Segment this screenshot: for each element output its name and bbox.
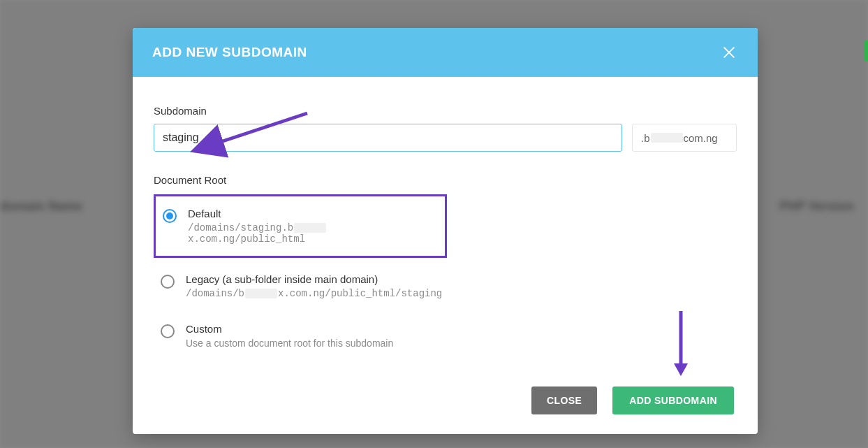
bg-column-header-left: domain Name — [0, 199, 82, 214]
radio-legacy-text: Legacy (a sub-folder inside main domain)… — [186, 273, 731, 299]
add-subdomain-modal: ADD NEW SUBDOMAIN Subdomain .bcom.ng Doc… — [133, 28, 758, 434]
subdomain-row: .bcom.ng — [154, 124, 737, 152]
redacted-text — [651, 133, 683, 143]
domain-suffix: .bcom.ng — [632, 124, 737, 152]
modal-body: Subdomain .bcom.ng Document Root Default… — [133, 77, 758, 434]
document-root-label: Document Root — [154, 174, 737, 186]
radio-legacy-path-a: /domains/b — [186, 288, 244, 299]
radio-default-path-a: /domains/staging.b — [188, 222, 293, 233]
radio-legacy-path: /domains/bx.com.ng/public_html/staging — [186, 288, 731, 299]
domain-suffix-prefix: .b — [641, 132, 650, 144]
document-root-radio-group: Default /domains/staging.bx.com.ng/publi… — [154, 194, 737, 356]
add-subdomain-button[interactable]: ADD SUBDOMAIN — [612, 386, 734, 414]
radio-default-path: /domains/staging.bx.com.ng/public_html — [188, 222, 439, 245]
radio-default-title: Default — [188, 208, 439, 219]
modal-header: ADD NEW SUBDOMAIN — [133, 28, 758, 77]
close-button[interactable]: CLOSE — [531, 386, 597, 414]
close-icon[interactable] — [720, 43, 738, 62]
radio-default[interactable] — [163, 209, 177, 223]
subdomain-input[interactable] — [154, 124, 622, 152]
subdomain-label: Subdomain — [154, 105, 737, 117]
radio-custom-desc: Use a custom document root for this subd… — [186, 338, 731, 349]
radio-custom-text: Custom Use a custom document root for th… — [186, 323, 731, 349]
redacted-text — [245, 289, 277, 298]
radio-legacy[interactable] — [161, 275, 175, 289]
radio-option-custom[interactable]: Custom Use a custom document root for th… — [154, 316, 737, 356]
radio-option-default[interactable]: Default /domains/staging.bx.com.ng/publi… — [154, 194, 447, 258]
radio-default-text: Default /domains/staging.bx.com.ng/publi… — [188, 208, 439, 245]
radio-default-path-b: x.com.ng/public_html — [188, 233, 305, 245]
bg-column-header-right: PHP Version — [779, 199, 854, 214]
redacted-text — [294, 223, 326, 233]
bg-green-badge — [864, 41, 868, 62]
modal-title: ADD NEW SUBDOMAIN — [152, 45, 307, 60]
modal-footer: CLOSE ADD SUBDOMAIN — [154, 366, 737, 414]
radio-legacy-title: Legacy (a sub-folder inside main domain) — [186, 273, 731, 285]
radio-legacy-path-b: x.com.ng/public_html/staging — [278, 288, 442, 299]
radio-custom[interactable] — [161, 324, 175, 338]
radio-option-legacy[interactable]: Legacy (a sub-folder inside main domain)… — [154, 266, 737, 306]
radio-custom-title: Custom — [186, 323, 731, 335]
domain-suffix-suffix: com.ng — [684, 132, 718, 144]
